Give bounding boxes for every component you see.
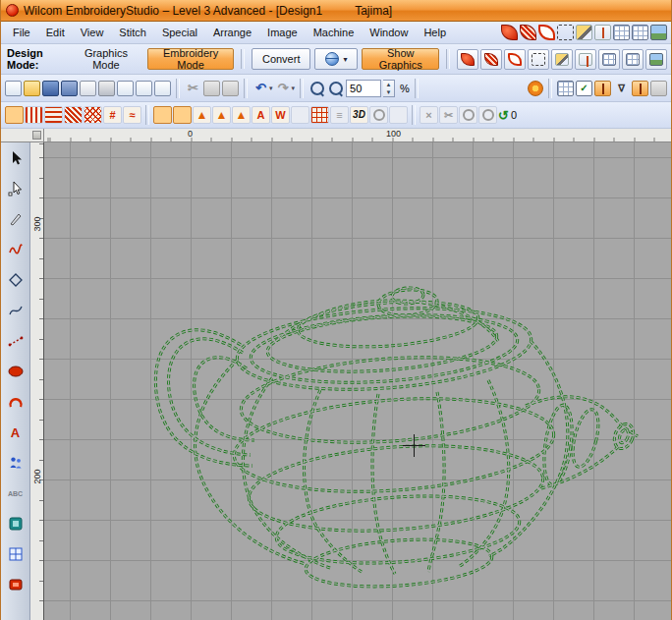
design-canvas[interactable]: [44, 142, 671, 620]
save-design-icon[interactable]: [42, 81, 59, 96]
quilt-grid-tool[interactable]: [4, 542, 28, 566]
convert-button[interactable]: Convert: [252, 48, 311, 70]
undo-icon[interactable]: ↶: [252, 81, 269, 96]
fill-shape-tool[interactable]: [4, 360, 28, 383]
motif-stamp-tool[interactable]: [4, 512, 28, 535]
design-properties-icon[interactable]: [154, 81, 171, 96]
needle-frame-icon[interactable]: [632, 81, 648, 96]
menu-window[interactable]: Window: [362, 24, 416, 41]
auto-applique-icon[interactable]: [153, 106, 172, 124]
cut-connection-icon[interactable]: ✂: [439, 106, 458, 124]
outline-object-button[interactable]: [504, 49, 526, 70]
thread-colors-button[interactable]: [598, 49, 620, 70]
zoom-factor-icon[interactable]: [308, 81, 325, 96]
warning-fill-icon[interactable]: ▲: [232, 106, 251, 124]
outline-effects-icon[interactable]: [538, 25, 555, 40]
zoom-input[interactable]: [346, 80, 381, 97]
show-graphics-button[interactable]: Show Graphics: [362, 48, 439, 70]
freehand-tool[interactable]: [4, 238, 28, 261]
teapot-wireframe[interactable]: [155, 287, 638, 592]
menu-view[interactable]: View: [73, 24, 112, 41]
image-icon[interactable]: [650, 25, 667, 40]
machine-run-icon[interactable]: [389, 106, 408, 124]
new-design-icon[interactable]: [5, 81, 22, 96]
run-stitch-tool[interactable]: [4, 329, 28, 353]
write-to-disk-icon[interactable]: [61, 81, 78, 96]
redo-dropdown-icon[interactable]: ▾: [292, 85, 296, 92]
lettering-stitch-icon[interactable]: A: [252, 106, 270, 124]
zoom-spinner[interactable]: ▲ ▼: [383, 80, 395, 97]
needle-point-icon[interactable]: [594, 81, 611, 96]
needle-thread-button[interactable]: [575, 49, 596, 70]
closed-shape-tool[interactable]: [4, 268, 28, 292]
pattern-object-button[interactable]: [480, 49, 502, 70]
redo-icon[interactable]: ↷: [275, 81, 292, 96]
trueview-globe-icon[interactable]: [369, 106, 388, 124]
hoop-globe-button[interactable]: ▾: [314, 48, 358, 70]
zoom-icon[interactable]: [327, 81, 344, 96]
auto-scroll-check-icon[interactable]: ✓: [576, 81, 592, 96]
knife-tool[interactable]: [4, 207, 28, 231]
arc-tool[interactable]: [4, 390, 28, 414]
spinner-down-icon[interactable]: ▼: [383, 88, 394, 96]
effects-3d-icon[interactable]: 3D: [350, 106, 368, 124]
reshape-tool[interactable]: [4, 177, 28, 200]
app-icon[interactable]: [6, 4, 19, 17]
mesh-fill-icon[interactable]: [310, 106, 329, 124]
travel-on-edges-icon[interactable]: ▲: [212, 106, 231, 124]
triple-run-icon[interactable]: [25, 106, 43, 124]
print-icon[interactable]: [98, 81, 115, 96]
digitizer-button[interactable]: [551, 49, 573, 70]
nabla-icon[interactable]: ∇: [613, 81, 630, 96]
open-shape-tool[interactable]: [4, 299, 28, 322]
embroidery-mode-button[interactable]: Embroidery Mode: [147, 48, 234, 70]
menu-edit[interactable]: Edit: [38, 24, 73, 41]
menu-stitch[interactable]: Stitch: [111, 24, 154, 41]
selection-marquee-icon[interactable]: [557, 25, 574, 40]
digitize-pencil-icon[interactable]: [576, 25, 592, 40]
overlap-grid-icon[interactable]: [557, 81, 574, 96]
partition-applique-icon[interactable]: [173, 106, 192, 124]
background-image-button[interactable]: [645, 49, 667, 70]
select-rect-button[interactable]: [528, 49, 549, 70]
stitch-table-button[interactable]: [622, 49, 644, 70]
undo-dropdown-icon[interactable]: ▾: [269, 85, 273, 92]
recent-stitch-icon[interactable]: ↺: [498, 108, 509, 123]
menu-machine[interactable]: Machine: [306, 24, 363, 41]
fill-effects-icon[interactable]: [520, 25, 536, 40]
stop-alt-icon[interactable]: [478, 106, 497, 124]
column-stitch-icon[interactable]: [291, 106, 309, 124]
send-email-icon[interactable]: [80, 81, 96, 96]
paste-icon[interactable]: [222, 81, 239, 96]
stop-icon[interactable]: [459, 106, 477, 124]
design-table-icon[interactable]: [613, 25, 630, 40]
ruler-units-icon[interactable]: [32, 131, 41, 140]
remove-overlaps-icon[interactable]: ×: [420, 106, 438, 124]
tatami-fill-icon[interactable]: [64, 106, 83, 124]
gradient-fill-icon[interactable]: ▲: [193, 106, 211, 124]
menu-file[interactable]: File: [5, 24, 38, 41]
satin-stitch-icon[interactable]: [44, 106, 63, 124]
print-preview-icon[interactable]: [117, 81, 134, 96]
cut-icon[interactable]: ✂: [185, 81, 201, 96]
object-properties-icon[interactable]: [501, 25, 518, 40]
monogram-tool[interactable]: ABC: [4, 481, 28, 505]
copy-icon[interactable]: [203, 81, 220, 96]
motif-fill-icon[interactable]: #: [103, 106, 122, 124]
menu-arrange[interactable]: Arrange: [205, 24, 259, 41]
menu-help[interactable]: Help: [416, 24, 454, 41]
run-stitch-icon[interactable]: [5, 106, 24, 124]
program-split-icon[interactable]: [84, 106, 102, 124]
menu-special[interactable]: Special: [154, 24, 205, 41]
applique-tool[interactable]: [4, 573, 28, 596]
stipple-fill-icon[interactable]: ≡: [330, 106, 349, 124]
color-table-icon[interactable]: [632, 25, 648, 40]
lettering-tool[interactable]: A: [4, 421, 28, 444]
menu-image[interactable]: Image: [259, 24, 306, 41]
ripple-fill-icon[interactable]: ≈: [123, 106, 141, 124]
needle-icon[interactable]: [594, 25, 611, 40]
export-machine-file-icon[interactable]: [136, 81, 152, 96]
team-names-tool[interactable]: [4, 451, 28, 475]
select-tool[interactable]: [4, 146, 28, 170]
birds-eye-view-icon[interactable]: [528, 81, 543, 96]
